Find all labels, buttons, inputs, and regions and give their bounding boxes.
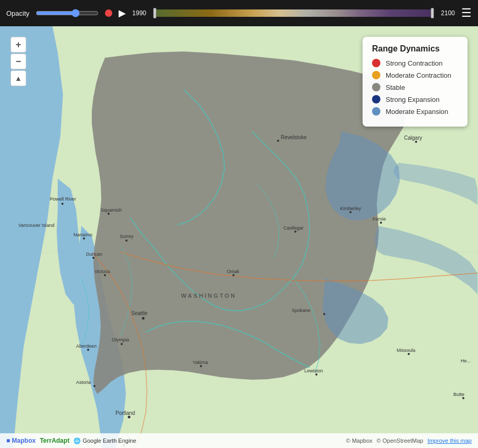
svg-point-13	[200, 365, 202, 367]
svg-point-12	[232, 274, 235, 276]
svg-point-23	[415, 141, 417, 143]
topbar: Opacity ▶ 1990 2100 ☰	[0, 0, 478, 26]
svg-text:Nanaimo: Nanaimo	[73, 232, 92, 237]
svg-text:Lewiston: Lewiston	[304, 368, 323, 373]
terradapt-logo: TerrAdapt	[40, 437, 69, 444]
legend-item-strong-contraction: Strong Contraction	[372, 59, 458, 67]
svg-text:He...: He...	[461, 358, 471, 363]
svg-point-16	[93, 385, 95, 387]
svg-point-5	[83, 237, 85, 239]
svg-point-8	[104, 274, 106, 276]
map-controls: + − ▲	[10, 37, 26, 86]
osm-attribution: © OpenStreetMap	[377, 437, 423, 444]
svg-text:Squamish: Squamish	[101, 207, 122, 213]
svg-text:Calgary: Calgary	[404, 135, 422, 141]
improve-map-link[interactable]: Improve this map	[428, 437, 472, 444]
year-left-label: 1990	[132, 9, 146, 17]
moderate-expansion-dot	[372, 107, 380, 116]
legend-item-stable: Stable	[372, 83, 458, 91]
svg-text:Seattle: Seattle	[131, 310, 148, 316]
mapbox-attribution: © Mapbox	[346, 437, 373, 444]
svg-point-11	[87, 349, 89, 351]
attribution-bar: ■ Mapbox TerrAdapt 🌐 Google Earth Engine…	[0, 433, 478, 448]
svg-text:Surrey: Surrey	[120, 234, 134, 239]
record-button[interactable]	[105, 9, 112, 17]
svg-text:Powell River: Powell River	[50, 196, 76, 202]
svg-text:Portland: Portland	[115, 410, 135, 416]
play-button[interactable]: ▶	[119, 8, 126, 18]
svg-text:Revelstoke: Revelstoke	[281, 134, 307, 140]
stable-label: Stable	[386, 84, 405, 91]
svg-point-17	[128, 416, 131, 419]
map-container[interactable]: Revelstoke Powell River Squamish Vancouv…	[0, 26, 478, 448]
legend: Range Dynamics Strong Contraction Modera…	[363, 37, 468, 127]
svg-text:Kimberley: Kimberley	[340, 206, 362, 211]
legend-item-moderate-expansion: Moderate Expansion	[372, 107, 458, 116]
strong-expansion-dot	[372, 95, 380, 103]
svg-text:Aberdeen: Aberdeen	[76, 343, 97, 349]
svg-point-4	[108, 213, 110, 215]
timeline-track[interactable]	[155, 9, 433, 17]
zoom-out-button[interactable]: −	[10, 54, 26, 69]
svg-text:Astoria: Astoria	[76, 380, 91, 385]
svg-point-9	[142, 317, 145, 320]
svg-text:Butte: Butte	[453, 392, 464, 397]
svg-point-25	[462, 397, 464, 399]
timeline-container	[155, 9, 433, 17]
svg-point-22	[380, 222, 382, 224]
mapbox-logo: ■ Mapbox	[6, 437, 36, 444]
svg-text:Missoula: Missoula	[397, 348, 416, 353]
menu-button[interactable]: ☰	[461, 7, 472, 19]
svg-point-20	[349, 211, 352, 213]
opacity-label: Opacity	[6, 9, 29, 17]
opacity-slider[interactable]	[36, 9, 99, 17]
svg-text:WASHINGTON: WASHINGTON	[181, 293, 237, 299]
svg-point-24	[408, 353, 410, 355]
svg-text:Yakima: Yakima	[193, 360, 208, 365]
svg-text:Castlegar: Castlegar	[283, 225, 304, 231]
timeline-handle-left[interactable]	[153, 8, 156, 18]
svg-point-14	[323, 313, 325, 315]
svg-text:Omak: Omak	[227, 269, 240, 274]
legend-item-strong-expansion: Strong Expansion	[372, 95, 458, 103]
svg-point-21	[294, 231, 296, 233]
svg-text:Victoria: Victoria	[94, 269, 110, 274]
svg-text:Spokane: Spokane	[292, 308, 311, 313]
svg-text:Vancouver Island: Vancouver Island	[18, 223, 55, 228]
year-right-label: 2100	[441, 9, 455, 17]
legend-title: Range Dynamics	[372, 44, 458, 54]
stable-dot	[372, 83, 380, 91]
svg-point-6	[125, 239, 128, 242]
moderate-contraction-dot	[372, 71, 380, 79]
svg-text:Fernie: Fernie	[373, 216, 386, 222]
moderate-expansion-label: Moderate Expansion	[386, 108, 448, 116]
strong-expansion-label: Strong Expansion	[386, 96, 440, 103]
svg-point-15	[315, 373, 317, 376]
strong-contraction-label: Strong Contraction	[386, 59, 442, 67]
reset-north-button[interactable]: ▲	[10, 70, 26, 86]
zoom-in-button[interactable]: +	[10, 37, 26, 53]
svg-point-2	[277, 140, 279, 142]
svg-point-10	[121, 343, 123, 345]
google-earth-engine-logo: 🌐 Google Earth Engine	[73, 437, 136, 444]
moderate-contraction-label: Moderate Contraction	[386, 71, 451, 79]
strong-contraction-dot	[372, 59, 380, 67]
svg-point-3	[61, 203, 63, 205]
timeline-handle-right[interactable]	[431, 8, 434, 18]
legend-item-moderate-contraction: Moderate Contraction	[372, 71, 458, 79]
svg-text:Duncan: Duncan	[86, 252, 102, 257]
svg-point-7	[92, 257, 94, 259]
svg-text:Olympia: Olympia	[112, 337, 129, 342]
